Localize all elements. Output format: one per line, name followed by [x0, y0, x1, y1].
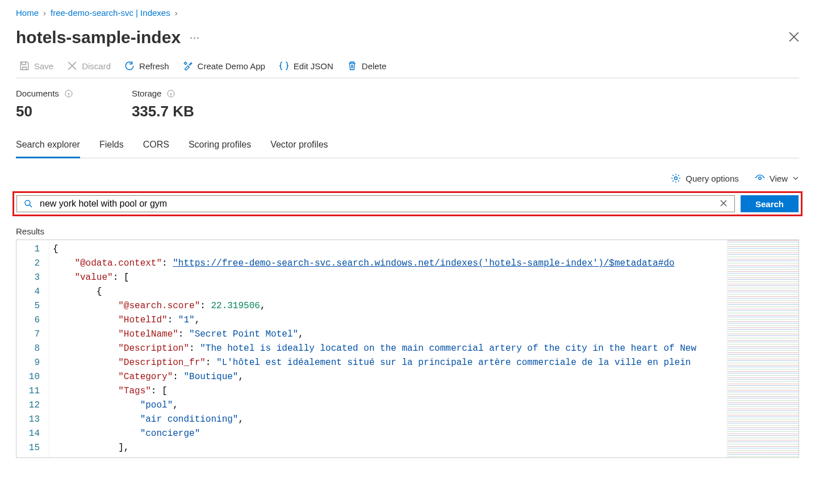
delete-button[interactable]: Delete: [344, 60, 390, 72]
tab-search-explorer[interactable]: Search explorer: [16, 134, 80, 158]
code-content[interactable]: { "@odata.context": "https://free-demo-s…: [49, 240, 727, 457]
results-editor[interactable]: 123456789101112131415 { "@odata.context"…: [16, 240, 799, 458]
storage-value: 335.7 KB: [132, 103, 194, 120]
breadcrumb-service[interactable]: free-demo-search-svc | Indexes: [51, 8, 170, 18]
discard-label: Discard: [82, 61, 111, 71]
page-title: hotels-sample-index: [16, 28, 181, 47]
delete-icon: [347, 61, 357, 71]
gear-icon: [671, 173, 681, 183]
tab-cors[interactable]: CORS: [143, 134, 169, 158]
close-icon: [720, 199, 728, 207]
search-row-highlight: Search: [12, 191, 803, 216]
create-demo-label: Create Demo App: [198, 61, 265, 71]
view-label: View: [770, 174, 788, 183]
refresh-button[interactable]: Refresh: [121, 60, 173, 72]
search-input[interactable]: [40, 199, 713, 209]
documents-label: Documents: [16, 89, 59, 98]
documents-value: 50: [16, 103, 73, 120]
results-label: Results: [16, 226, 799, 236]
close-button[interactable]: [789, 32, 799, 44]
breadcrumb-home[interactable]: Home: [16, 8, 39, 18]
clear-search-button[interactable]: [720, 199, 728, 209]
stat-storage: Storage 335.7 KB: [132, 89, 194, 120]
save-label: Save: [34, 61, 53, 71]
stats-row: Documents 50 Storage 335.7 KB: [0, 78, 815, 134]
edit-json-button[interactable]: Edit JSON: [275, 60, 337, 72]
stat-documents: Documents 50: [16, 89, 73, 120]
line-gutter: 123456789101112131415: [16, 240, 49, 457]
tabs: Search explorerFieldsCORSScoring profile…: [16, 134, 799, 158]
options-row: Query options View: [0, 158, 815, 191]
edit-json-label: Edit JSON: [294, 61, 333, 71]
view-dropdown[interactable]: View: [755, 173, 799, 183]
discard-icon: [67, 61, 77, 71]
svg-point-3: [759, 177, 762, 180]
toolbar: Save Discard Refresh Create Demo App Edi…: [16, 60, 799, 78]
tools-icon: [183, 61, 193, 71]
svg-point-2: [675, 177, 678, 180]
svg-point-4: [25, 200, 30, 205]
minimap[interactable]: [727, 240, 799, 457]
query-options-button[interactable]: Query options: [671, 173, 738, 183]
tab-vector-profiles[interactable]: Vector profiles: [270, 134, 328, 158]
search-box[interactable]: [16, 195, 735, 212]
create-demo-button[interactable]: Create Demo App: [179, 60, 269, 72]
query-options-label: Query options: [686, 174, 738, 183]
search-button[interactable]: Search: [741, 195, 799, 212]
storage-label: Storage: [132, 89, 162, 98]
chevron-right-icon: ›: [43, 8, 46, 18]
chevron-down-icon: [792, 175, 799, 182]
braces-icon: [279, 61, 289, 71]
tab-fields[interactable]: Fields: [99, 134, 124, 158]
breadcrumb: Home › free-demo-search-svc | Indexes ›: [0, 0, 815, 23]
discard-button[interactable]: Discard: [64, 60, 114, 72]
eye-icon: [755, 173, 765, 183]
page-header: hotels-sample-index ···: [0, 23, 815, 60]
tab-scoring-profiles[interactable]: Scoring profiles: [189, 134, 251, 158]
save-button[interactable]: Save: [16, 60, 57, 72]
info-icon[interactable]: [167, 90, 175, 98]
info-icon[interactable]: [65, 90, 73, 98]
save-icon: [19, 61, 30, 71]
delete-label: Delete: [362, 61, 386, 71]
refresh-label: Refresh: [139, 61, 169, 71]
close-icon: [789, 32, 799, 42]
search-icon: [24, 199, 33, 208]
refresh-icon: [124, 61, 135, 71]
more-icon[interactable]: ···: [190, 32, 200, 44]
chevron-right-icon: ›: [175, 8, 178, 18]
